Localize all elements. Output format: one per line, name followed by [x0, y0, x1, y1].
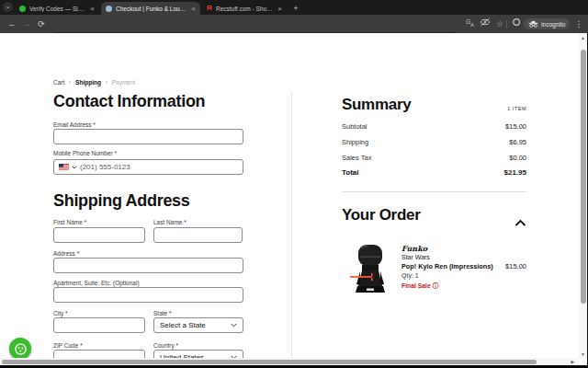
menu-dots-icon[interactable]: ⋮: [572, 17, 585, 30]
incognito-label: Incognito: [541, 21, 565, 28]
svg-text:A: A: [470, 22, 474, 28]
column-divider: [291, 92, 292, 368]
your-order-title: Your Order: [342, 206, 420, 224]
phone-label: Mobile Phone Number *: [53, 150, 117, 156]
simplycodes-extension-button[interactable]: [9, 338, 31, 360]
phone-field[interactable]: [53, 159, 243, 175]
chevron-down-icon: [231, 323, 237, 328]
breadcrumb-payment: Payment: [112, 79, 136, 86]
last-name-label: Last Name *: [153, 219, 187, 225]
simplycodes-favicon: [19, 6, 26, 12]
address-label: Address *: [53, 250, 79, 257]
close-icon[interactable]: ×: [277, 5, 282, 13]
row-value: $15.00: [505, 122, 526, 131]
horizontal-scrollbar-thumb[interactable]: [2, 360, 537, 364]
incognito-badge: Incognito: [524, 18, 570, 29]
tab-funko-checkout[interactable]: Checkout | Funko & Loungefly ×: [101, 2, 200, 15]
close-icon[interactable]: ×: [90, 5, 95, 13]
city-label: City *: [53, 310, 68, 316]
scroll-up-arrow[interactable]: ▲: [579, 34, 587, 42]
state-label: State *: [153, 310, 172, 316]
city-input[interactable]: [53, 317, 145, 333]
product-price: $15.00: [434, 262, 526, 270]
first-name-label: First Name *: [53, 219, 86, 225]
tab-title: Recstuff.com - Shopping Cart: [216, 6, 274, 12]
country-label: Country *: [153, 342, 178, 349]
bookmark-star-icon[interactable]: ☆: [493, 17, 506, 30]
email-label: Email Address *: [53, 121, 96, 128]
tab-title: Checkout | Funko & Loungefly: [116, 6, 187, 12]
cookie-icon: [14, 342, 28, 356]
first-name-input[interactable]: [53, 227, 145, 243]
tab-title: Verify Codes — SimplyCodes: [29, 6, 86, 12]
section-divider: [342, 191, 526, 192]
scroll-right-arrow[interactable]: ▶: [569, 358, 577, 365]
email-input[interactable]: [53, 129, 243, 144]
summary-row-total: Total $21.95: [342, 168, 526, 177]
vertical-scrollbar-thumb[interactable]: [581, 50, 586, 304]
breadcrumb-separator: ›: [106, 79, 107, 86]
address-input[interactable]: [53, 258, 243, 273]
tab-search-icon[interactable]: ⌄: [3, 2, 13, 12]
breadcrumb-shipping[interactable]: Shipping: [75, 79, 101, 86]
summary-row-subtotal: Subtotal $15.00: [342, 122, 526, 131]
chevron-down-icon[interactable]: [72, 166, 77, 169]
breadcrumb-cart[interactable]: Cart: [53, 79, 64, 86]
product-image: [348, 243, 392, 293]
item-count: 1 ITEM: [342, 106, 526, 111]
row-label: Shipping: [342, 138, 368, 146]
state-select[interactable]: Select a State: [153, 317, 243, 333]
summary-title: Summary: [342, 96, 411, 114]
reload-icon[interactable]: ⟳: [35, 17, 48, 30]
funko-favicon: [106, 6, 112, 12]
us-flag-icon: [59, 164, 69, 170]
summary-row-salestax: Sales Tax $0.00: [342, 154, 526, 162]
browser-toolbar: ← → ⟳ funko.com/checkout/?stage=shipping…: [0, 15, 588, 33]
checkout-page: Cart › Shipping › Payment Contact Inform…: [0, 33, 579, 359]
product-series: Star Wars: [401, 254, 430, 260]
extension-icon[interactable]: [510, 17, 523, 30]
apartment-input[interactable]: [53, 287, 243, 303]
summary-row-shipping: Shipping $6.95: [342, 138, 526, 146]
last-name-input[interactable]: [153, 227, 243, 243]
tab-bar: ⌄ Verify Codes — SimplyCodes × Checkout …: [0, 0, 588, 15]
eye-off-icon[interactable]: [479, 17, 492, 30]
breadcrumb-separator: ›: [69, 79, 71, 86]
apartment-label: Apartment, Suite, Etc. (Optional): [53, 280, 140, 286]
chevron-up-icon: [514, 219, 526, 227]
state-value: Select a State: [160, 321, 206, 329]
row-label: Sales Tax: [342, 154, 371, 162]
scroll-down-arrow[interactable]: ▼: [579, 351, 587, 359]
product-qty: Qty: 1: [401, 272, 419, 279]
collapse-order-button[interactable]: [514, 214, 526, 224]
total-label: Total: [342, 168, 359, 177]
row-value: $6.95: [509, 138, 526, 146]
final-sale-badge: Final Sale ⓘ: [401, 282, 438, 291]
tab-recstuff-cart[interactable]: R Recstuff.com - Shopping Cart ×: [202, 2, 287, 15]
zip-label: ZIP Code *: [53, 342, 83, 349]
shipping-address-title: Shipping Address: [53, 191, 190, 211]
total-value: $21.95: [504, 168, 526, 177]
phone-input[interactable]: [80, 163, 238, 171]
contact-information-title: Contact Information: [53, 92, 205, 111]
breadcrumb: Cart › Shipping › Payment: [53, 79, 135, 86]
forward-icon[interactable]: →: [20, 17, 33, 30]
incognito-icon: [528, 20, 538, 28]
browser-window: ⌄ Verify Codes — SimplyCodes × Checkout …: [0, 0, 588, 368]
recstuff-favicon: R: [207, 5, 212, 12]
funko-brand-logo: Funko: [401, 244, 427, 253]
final-sale-label: Final Sale: [401, 282, 431, 289]
info-icon[interactable]: ⓘ: [433, 282, 439, 289]
row-value: $0.00: [509, 154, 526, 162]
tab-simplycodes[interactable]: Verify Codes — SimplyCodes ×: [15, 2, 99, 15]
toolbar-divider: [506, 20, 507, 29]
back-icon[interactable]: ←: [6, 17, 18, 30]
row-label: Subtotal: [342, 122, 368, 131]
new-tab-button[interactable]: +: [290, 3, 301, 14]
translate-icon[interactable]: G A: [464, 17, 477, 30]
close-icon[interactable]: ×: [191, 5, 196, 13]
